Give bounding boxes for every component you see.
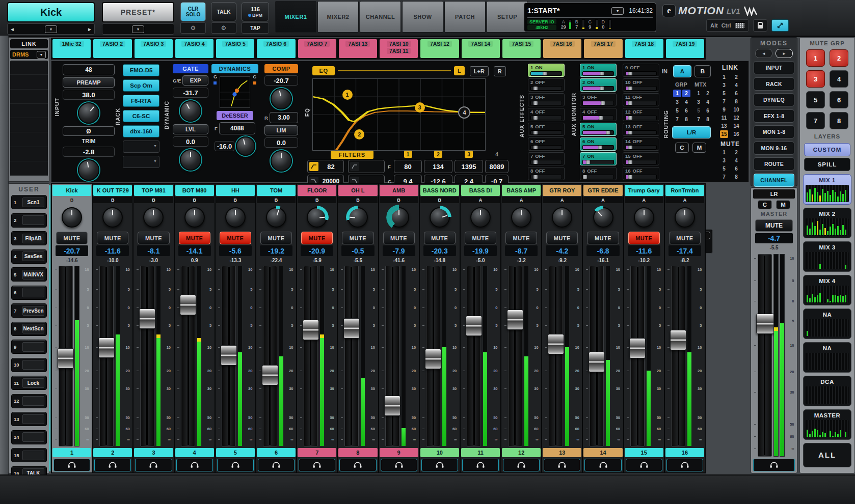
eq-band-number-2[interactable]: 2 xyxy=(434,151,442,158)
channel-name[interactable]: BASS AMP xyxy=(502,185,541,196)
mtx-assign-2[interactable]: 2 xyxy=(704,90,712,97)
mute-button[interactable]: MUTE xyxy=(669,232,701,244)
aux-send-hi-12[interactable]: 12OFF xyxy=(623,108,659,121)
mode-channel[interactable]: CHANNEL xyxy=(754,174,794,187)
tab-setup[interactable]: SETUP xyxy=(487,1,528,33)
headphone-button[interactable] xyxy=(544,459,580,471)
gate-threshold-knob[interactable] xyxy=(180,100,201,122)
mute-group-7[interactable]: 7 xyxy=(806,112,825,129)
modes-prev-button[interactable]: ◄ xyxy=(755,49,772,58)
link-assign-16[interactable]: 16 xyxy=(732,130,740,138)
mute-button[interactable]: MUTE xyxy=(56,232,88,244)
mute-group-5[interactable]: 5 xyxy=(806,91,825,108)
channel-name[interactable]: TOM xyxy=(257,185,296,196)
lock-button[interactable] xyxy=(753,19,767,32)
channel-fader-track[interactable] xyxy=(304,266,318,446)
channel-name[interactable]: BASS DI xyxy=(461,185,500,196)
aux-send-mon-1[interactable]: 1ON xyxy=(580,64,617,77)
layer-select-mix-1-0[interactable]: MIX 1 xyxy=(803,174,851,205)
input-patch-10[interactable]: 7ASI 12 xyxy=(420,39,459,59)
pan-knob[interactable] xyxy=(593,207,613,228)
rack-slot-3[interactable]: F6-RTA xyxy=(123,95,159,107)
channel-fader-cap[interactable] xyxy=(221,345,237,366)
routing-lr-button[interactable]: L/R xyxy=(672,126,711,138)
aux-send-slider[interactable] xyxy=(530,86,562,91)
user-button-4[interactable]: 4SavSes xyxy=(11,249,47,264)
pan-knob[interactable] xyxy=(225,207,246,228)
layer-spill[interactable]: SPILL xyxy=(804,158,850,171)
layer-select-na-4[interactable]: NA xyxy=(803,309,851,339)
session-name[interactable]: 1:START* xyxy=(527,7,611,15)
window-resize-button[interactable] xyxy=(771,19,789,32)
link-assign-1[interactable]: 1 xyxy=(720,73,728,81)
channel-fader-cap[interactable] xyxy=(343,318,360,339)
aux-send-slider[interactable] xyxy=(582,116,614,120)
headphone-button[interactable] xyxy=(94,459,131,471)
link-assign-9[interactable]: 9 xyxy=(720,106,728,114)
headphone-button[interactable] xyxy=(258,459,295,471)
eq-monitor-l[interactable]: L xyxy=(454,66,465,75)
mute-button[interactable]: MUTE xyxy=(424,232,456,244)
channel-fader-track[interactable] xyxy=(630,266,645,446)
aux-send-mon-3[interactable]: 3OFF xyxy=(580,93,617,106)
channel-fader-track[interactable] xyxy=(671,266,685,446)
aux-send-efx-5[interactable]: 5OFF xyxy=(528,123,565,136)
channel-fader-cap[interactable] xyxy=(262,365,278,385)
mode-rack[interactable]: RACK xyxy=(754,77,794,91)
pan-knob[interactable] xyxy=(143,207,164,228)
deesser-button[interactable]: DeESSER xyxy=(217,111,253,120)
channel-fader-track[interactable] xyxy=(181,266,195,446)
hpf-frequency-value[interactable]: 82 xyxy=(320,163,342,171)
routing-cue-button[interactable]: C xyxy=(675,143,689,153)
preamp-gain-knob[interactable] xyxy=(78,102,99,124)
grp-assign-2[interactable]: 2 xyxy=(682,90,690,97)
channel-fader-cap[interactable] xyxy=(466,316,482,336)
aux-send-slider[interactable] xyxy=(582,175,614,179)
aux-send-slider[interactable] xyxy=(582,160,614,164)
mute-button[interactable]: MUTE xyxy=(587,232,619,244)
link-group-slot[interactable] xyxy=(10,118,48,132)
mutegrp-assign-4[interactable]: 4 xyxy=(732,157,740,164)
mute-group-6[interactable]: 6 xyxy=(830,91,848,108)
mode-route[interactable]: ROUTE xyxy=(754,157,794,171)
user-button-11[interactable]: 11Lock xyxy=(11,376,47,390)
link-assign-12[interactable]: 12 xyxy=(732,114,740,122)
mutegrp-assign-2[interactable]: 2 xyxy=(732,149,740,156)
aux-send-slider[interactable] xyxy=(582,145,614,150)
aux-send-slider[interactable] xyxy=(530,175,562,179)
clear-solo-button[interactable]: CLR SOLO xyxy=(180,2,206,21)
user-button-15[interactable]: 15 xyxy=(11,448,47,462)
channel-fader-track[interactable] xyxy=(467,266,481,446)
user-button-9[interactable]: 9 xyxy=(11,340,47,354)
channel-name[interactable]: BOT M80 xyxy=(175,185,214,196)
grp-assign-4[interactable]: 4 xyxy=(682,98,690,106)
headphone-button[interactable] xyxy=(626,459,662,471)
tap-tempo-button[interactable]: TAP xyxy=(242,22,269,34)
pan-knob[interactable] xyxy=(348,207,368,228)
phase-flip-button[interactable]: Ø xyxy=(63,126,115,136)
user-button-2[interactable]: 2 xyxy=(11,213,47,228)
headphone-button[interactable] xyxy=(462,459,499,471)
pan-knob[interactable] xyxy=(266,207,286,228)
pan-knob[interactable] xyxy=(62,207,82,228)
session-dropdown-button[interactable]: ▼ xyxy=(611,7,624,15)
aux-send-hi-14[interactable]: 14OFF xyxy=(623,137,659,151)
channel-name[interactable]: GTR ROY xyxy=(543,185,581,196)
dynamics-header[interactable]: DYNAMICS xyxy=(211,64,258,73)
headphone-button[interactable] xyxy=(54,459,90,471)
selected-channel-display[interactable]: Kick xyxy=(7,2,95,22)
aux-send-slider[interactable] xyxy=(530,71,562,76)
next-channel-button[interactable]: ► xyxy=(87,26,92,32)
aux-send-slider[interactable] xyxy=(530,160,562,164)
aux-send-mon-8[interactable]: 8OFF xyxy=(580,167,617,180)
mtx-assign-4[interactable]: 4 xyxy=(704,98,712,106)
channel-fader-track[interactable] xyxy=(385,266,399,446)
channel-fader-cap[interactable] xyxy=(670,330,686,350)
channel-name[interactable]: Kick xyxy=(52,185,91,196)
link-assign-8[interactable]: 8 xyxy=(732,98,740,105)
aux-send-slider[interactable] xyxy=(582,130,614,135)
aux-send-efx-7[interactable]: 7OFF xyxy=(528,152,565,165)
mutegrp-assign-8[interactable]: 8 xyxy=(732,173,740,181)
mode-efx-1-8[interactable]: EFX 1-8 xyxy=(754,109,794,123)
eq-monitor-l+r[interactable]: L+R xyxy=(470,66,489,76)
